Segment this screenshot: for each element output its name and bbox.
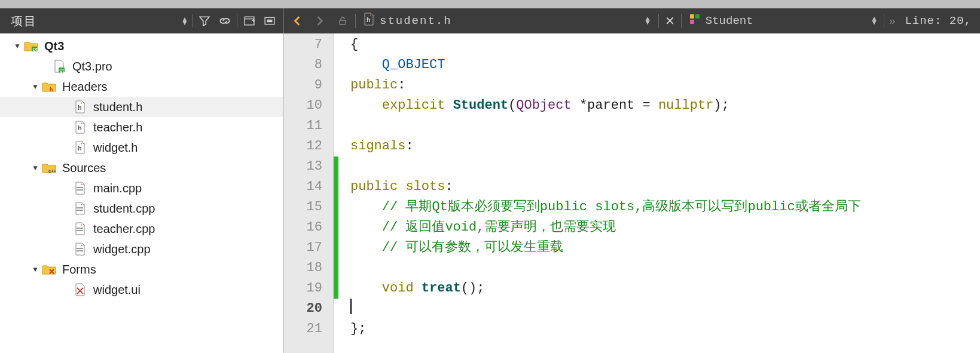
separator [192,14,193,27]
file-pro-icon: Qt [51,59,68,73]
tree-item-label: widget.cpp [93,243,151,256]
tree-item-label: student.h [93,100,142,114]
tree-item-label: teacher.cpp [93,222,155,236]
nav-forward-icon[interactable] [310,12,330,30]
tree-item-source[interactable]: ++ teacher.cpp [0,219,283,239]
code-content[interactable]: { Q_OBJECTpublic: explicit Student(QObje… [338,33,980,353]
tree-item-header[interactable]: h++ teacher.h [0,117,283,137]
folder-qt-icon: Qt [23,39,39,53]
editor-panel: h++ student.h ▲▼ ✕ Student ▲▼ » Line: 20… [283,8,980,353]
svg-text:++: ++ [81,101,86,105]
folder-h-icon: h [41,79,57,94]
filter-icon[interactable] [196,13,213,29]
symbol-switcher[interactable]: ▲▼ [872,17,877,24]
lock-icon[interactable] [332,12,353,30]
tree-folder-forms[interactable]: ▼ Forms [0,259,283,280]
tree-item-label: teacher.h [93,121,142,134]
editor-toolbar: h++ student.h ▲▼ ✕ Student ▲▼ » Line: 20… [283,8,980,33]
expand-icon[interactable]: » [887,14,898,27]
close-tab-icon[interactable]: ✕ [661,14,679,28]
tree-item-label: Qt3 [44,39,64,53]
tree-item-label: main.cpp [93,182,142,195]
project-tree[interactable]: ▼ Qt Qt3 Qt Qt3.pro ▼ h Headers h++ [0,33,283,353]
tree-item-label: Sources [62,161,106,175]
file-switcher[interactable]: ▲▼ [646,17,651,24]
change-marker-strip [334,33,338,353]
tree-folder-sources[interactable]: ▼ c++ Sources [0,158,283,178]
svg-rect-33 [695,14,700,19]
svg-rect-21 [77,207,83,208]
tree-item-label: student.cpp [93,202,155,216]
svg-text:++: ++ [370,13,375,17]
svg-rect-34 [690,20,694,24]
link-icon[interactable] [216,13,233,29]
symbol-label: Student [706,14,753,27]
main-split: 项目 ▲▼ + ▼ Qt Qt3 Qt Qt3.pro [0,8,980,353]
svg-text:h: h [78,124,82,131]
file-ui-icon [72,283,88,297]
tree-item-header[interactable]: h++ widget.h [0,137,283,158]
file-cpp-icon: ++ [72,242,88,256]
separator [884,14,884,28]
project-panel-title: 项目 [11,13,178,29]
file-tab-label: student.h [380,14,452,27]
separator [681,14,682,28]
tree-item-label: widget.ui [93,283,141,297]
tree-folder-headers[interactable]: ▼ h Headers [0,76,283,97]
folder-form-icon [41,262,57,277]
separator [237,14,237,27]
app-root: 项目 ▲▼ + ▼ Qt Qt3 Qt Qt3.pro [0,0,980,353]
svg-text:++: ++ [81,182,86,186]
file-cpp-icon: ++ [72,222,88,236]
tree-item-source[interactable]: ++ main.cpp [0,178,283,198]
split-add-icon[interactable]: + [241,13,258,29]
project-panel-header: 项目 ▲▼ + [0,8,283,33]
svg-rect-22 [77,210,83,211]
tree-item-label: widget.h [93,141,138,155]
svg-rect-24 [77,228,83,229]
symbol-dropdown[interactable]: Student ▲▼ [684,13,881,29]
svg-rect-18 [77,187,83,188]
file-tab[interactable]: h++ student.h ▲▼ [358,13,656,29]
tree-project-root[interactable]: ▼ Qt Qt3 [0,36,283,56]
svg-text:++: ++ [81,223,86,226]
tree-item-form[interactable]: widget.ui [0,280,283,300]
svg-text:Qt: Qt [33,47,38,52]
tree-item-profile[interactable]: Qt Qt3.pro [0,56,283,76]
svg-rect-29 [340,20,346,24]
svg-text:h: h [78,104,82,111]
file-h-icon: h++ [72,120,88,134]
class-icon [689,13,701,29]
file-cpp-icon: ++ [72,201,88,216]
tree-item-source[interactable]: ++ widget.cpp [0,239,283,259]
file-h-icon: h++ [72,140,88,155]
svg-text:h: h [78,145,82,152]
svg-text:Qt: Qt [60,68,65,73]
svg-rect-19 [77,189,83,191]
svg-text:++: ++ [81,202,86,206]
file-h-icon: h++ [363,13,375,29]
svg-text:++: ++ [81,142,86,145]
svg-rect-32 [690,14,694,19]
split-collapse-icon[interactable] [261,13,278,29]
line-gutter: 789101112131415161718192021 [283,33,334,353]
nav-back-icon[interactable] [287,12,307,30]
window-titlebar-spacer [0,0,980,8]
separator [355,14,356,28]
project-panel: 项目 ▲▼ + ▼ Qt Qt3 Qt Qt3.pro [0,8,283,353]
panel-switcher[interactable]: ▲▼ [181,17,188,24]
tree-item-label: Qt3.pro [72,60,112,73]
tree-item-source[interactable]: ++ student.cpp [0,198,283,219]
svg-rect-27 [77,248,83,249]
svg-rect-28 [77,250,83,251]
folder-cpp-icon: c++ [41,161,57,175]
svg-rect-4 [267,20,273,23]
code-editor[interactable]: 789101112131415161718192021 { Q_OBJECTpu… [283,33,980,353]
tree-item-header[interactable]: h++ student.h [0,97,283,117]
svg-text:c++: c++ [48,168,56,174]
svg-text:h: h [367,17,372,24]
svg-text:++: ++ [81,243,86,247]
svg-rect-25 [77,230,83,231]
tree-item-label: Forms [62,263,96,277]
tree-item-label: Headers [62,80,108,94]
